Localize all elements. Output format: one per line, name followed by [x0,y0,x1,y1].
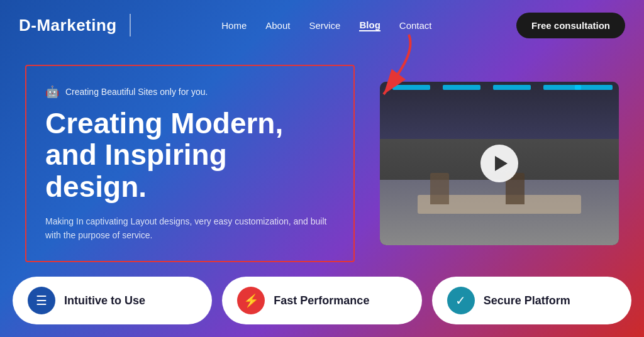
nav-divider [130,14,131,36]
hero-subtitle: 🤖 Creating Beautiful Sites only for you. [45,85,335,99]
office-light-5 [575,85,613,90]
page-wrapper: D-Marketing Home About Service Blog Cont… [0,0,644,337]
hero-title: Creating Modern, and Inspiring design. [45,108,335,203]
hero-description: Making In captivating Layout designs, ve… [45,214,335,243]
feature-intuitive: ☰ Intuitive to Use [13,277,212,324]
list-icon: ☰ [36,293,47,308]
performance-icon-wrap: ⚡ [237,287,265,314]
nav-service[interactable]: Service [309,20,340,31]
feature-secure: ✓ Secure Platform [432,277,631,324]
video-play-button[interactable] [480,145,518,182]
hero-title-line1: Creating Modern, [45,107,283,140]
secure-icon-wrap: ✓ [447,287,475,314]
intuitive-label: Intuitive to Use [64,294,145,307]
nav-home[interactable]: Home [221,20,247,31]
person-1 [430,173,449,204]
checkmark-icon: ✓ [455,293,466,308]
features-bar: ☰ Intuitive to Use ⚡ Fast Performance ✓ … [0,277,644,337]
secure-label: Secure Platform [484,294,570,307]
nav-blog[interactable]: Blog [359,19,380,31]
hero-title-line2: and Inspiring design. [45,138,227,203]
brand-logo: D-Marketing [19,16,117,35]
play-icon [495,156,508,171]
hero-section: 🤖 Creating Beautiful Sites only for you.… [0,50,644,277]
speed-icon: ⚡ [243,293,259,308]
performance-label: Fast Performance [274,294,369,307]
nav-links: Home About Service Blog Contact [150,19,504,31]
red-arrow-annotation [365,31,428,109]
feature-performance: ⚡ Fast Performance [222,277,421,324]
office-light-2 [443,85,480,90]
office-light-3 [493,85,531,90]
hero-content-box: 🤖 Creating Beautiful Sites only for you.… [25,65,355,263]
hero-subtitle-icon: 🤖 [45,85,59,99]
intuitive-icon-wrap: ☰ [28,287,55,314]
free-consultation-button[interactable]: Free consultation [516,13,625,38]
navbar: D-Marketing Home About Service Blog Cont… [0,0,644,50]
nav-about[interactable]: About [265,20,290,31]
nav-contact[interactable]: Contact [399,20,432,31]
hero-subtitle-text: Creating Beautiful Sites only for you. [65,87,208,97]
